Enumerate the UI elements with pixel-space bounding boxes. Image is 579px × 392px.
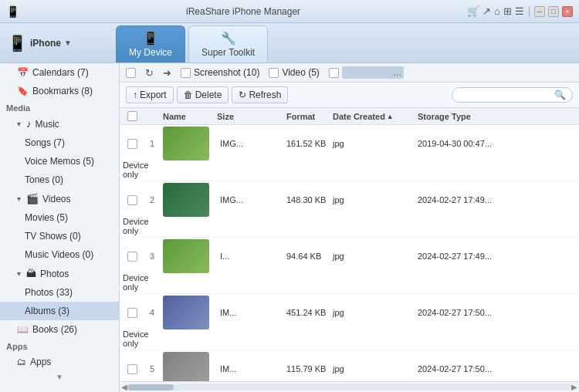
photos-icon: 🏔 — [26, 268, 36, 279]
sidebar-item-music-videos[interactable]: Music Videos (0) — [0, 245, 119, 264]
row-size-5: 115.79 KB — [286, 364, 333, 373]
refresh-button[interactable]: ↻ Refresh — [232, 86, 288, 103]
row-checkbox-cell — [123, 195, 141, 205]
screenshot-checkbox[interactable] — [181, 68, 191, 78]
sidebar-item-voice-memos[interactable]: Voice Memos (5) — [0, 152, 119, 171]
row-date-2: 2024-02-27 17:49... — [418, 195, 510, 204]
row-checkbox-cell — [123, 308, 141, 318]
h-scroll-thumb[interactable] — [127, 384, 174, 390]
media-section-label: Media — [0, 100, 119, 114]
header-select-all-checkbox[interactable] — [127, 111, 137, 121]
row-num-3: 3 — [141, 252, 163, 261]
minimize-button[interactable]: ─ — [534, 6, 545, 17]
sidebar-item-books[interactable]: 📖 Books (26) — [0, 320, 119, 339]
sidebar-item-tones[interactable]: Tones (0) — [0, 171, 119, 189]
music-expand-arrow: ▾ — [17, 120, 21, 128]
select-all-checkbox-container — [126, 68, 136, 78]
sidebar-item-calendars[interactable]: 📅 Calendars (7) — [0, 63, 119, 82]
row-name-2: IMG... — [217, 195, 286, 204]
cart-icon[interactable]: 🛒 — [467, 5, 479, 17]
tab-my-device[interactable]: 📱 My Device — [116, 25, 185, 63]
header-size[interactable]: Size — [217, 112, 286, 121]
arrow-icon-small[interactable]: ➜ — [163, 67, 171, 79]
header-storage-type[interactable]: Storage Type — [418, 112, 510, 121]
main-layout: 📅 Calendars (7) 🔖 Bookmarks (8) Media ▾ … — [0, 63, 579, 392]
music-icon: ♪ — [26, 118, 32, 130]
sidebar-item-tv-shows[interactable]: TV Shows (0) — [0, 227, 119, 245]
row-num-5: 5 — [141, 364, 163, 373]
sidebar-item-movies[interactable]: Movies (5) — [0, 208, 119, 227]
home-icon[interactable]: ⌂ — [494, 5, 500, 17]
my-device-icon: 📱 — [143, 31, 158, 46]
header-date-created[interactable]: Date Created ▲ — [333, 112, 418, 121]
horizontal-scrollbar[interactable]: ◀ ▶ — [120, 381, 579, 392]
header-format[interactable]: Format — [286, 112, 333, 121]
row-date-5: 2024-02-27 17:50... — [418, 364, 510, 373]
calendar-icon: 📅 — [17, 67, 29, 78]
photos-expand-arrow: ▾ — [17, 269, 21, 278]
table-row: 4 IM... 451.24 KB jpg 2024-02-27 17:50..… — [120, 294, 579, 350]
table-row: 3 I... 94.64 KB jpg 2024-02-27 17:49... … — [120, 238, 579, 294]
grid-icon[interactable]: ⊞ — [503, 5, 512, 17]
h-scroll-right-arrow[interactable]: ▶ — [571, 383, 577, 391]
close-button[interactable]: × — [562, 6, 573, 17]
title-bar: 📱 iReaShare iPhone Manager 🛒 ↗ ⌂ ⊞ ☰ ─ □… — [0, 0, 579, 23]
row-checkbox-2[interactable] — [127, 195, 137, 205]
row-name-4: IM... — [217, 308, 286, 317]
sidebar-item-songs[interactable]: Songs (7) — [0, 133, 119, 152]
album-placeholder-dots: ... — [394, 67, 401, 78]
row-thumb-4 — [163, 296, 217, 329]
device-label: iPhone — [30, 38, 61, 49]
sidebar-item-bookmarks[interactable]: 🔖 Bookmarks (8) — [0, 82, 119, 100]
select-all-checkbox[interactable] — [126, 68, 136, 78]
export-button[interactable]: ↑ Export — [126, 86, 174, 103]
album-item[interactable]: ... — [329, 66, 404, 79]
sidebar-item-photos[interactable]: ▾ 🏔 Photos — [0, 264, 119, 283]
refresh-icon: ↻ — [239, 90, 246, 100]
row-size-4: 451.24 KB — [286, 308, 333, 317]
apps-icon: 🗂 — [17, 357, 26, 367]
h-scroll-left-arrow[interactable]: ◀ — [121, 383, 127, 391]
sidebar-item-photos-sub[interactable]: Photos (33) — [0, 283, 119, 302]
sidebar-item-apps[interactable]: 🗂 Apps — [0, 353, 119, 371]
search-input[interactable] — [459, 90, 551, 100]
device-arrow[interactable]: ▼ — [64, 39, 72, 47]
row-num-2: 2 — [141, 195, 163, 204]
screenshot-filter[interactable]: Screenshot (10) — [181, 67, 259, 78]
row-checkbox-4[interactable] — [127, 308, 137, 318]
row-checkbox-1[interactable] — [127, 139, 137, 149]
row-checkbox-5[interactable] — [127, 364, 137, 374]
videos-icon: 🎬 — [26, 193, 39, 204]
row-checkbox-3[interactable] — [127, 252, 137, 262]
row-date-3: 2024-02-27 17:49... — [418, 252, 510, 261]
sidebar-item-videos[interactable]: ▾ 🎬 Videos — [0, 189, 119, 208]
tab-super-toolkit[interactable]: 🔧 Super Toolkit — [188, 25, 268, 63]
row-format-1: jpg — [333, 139, 418, 148]
sidebar-item-albums[interactable]: Albums (3) — [0, 302, 119, 320]
video-filter[interactable]: Video (5) — [269, 67, 319, 78]
row-storage-1: Device only — [123, 161, 141, 179]
row-thumb-5 — [163, 352, 217, 381]
album-checkbox[interactable] — [329, 68, 339, 78]
row-name-1: IMG... — [217, 139, 286, 148]
row-num-4: 4 — [141, 308, 163, 317]
row-format-4: jpg — [333, 308, 418, 317]
refresh-icon-small[interactable]: ↻ — [145, 67, 154, 79]
tab-super-toolkit-label: Super Toolkit — [201, 47, 255, 58]
row-checkbox-cell — [123, 139, 141, 149]
table-row: 2 IMG... 148.30 KB jpg 2024-02-27 17:49.… — [120, 181, 579, 238]
h-scroll-track[interactable] — [127, 384, 571, 390]
sidebar-item-music[interactable]: ▾ ♪ Music — [0, 114, 119, 133]
search-icon[interactable]: 🔍 — [554, 90, 566, 100]
share-icon[interactable]: ↗ — [482, 5, 491, 17]
videos-expand-arrow: ▾ — [17, 194, 21, 203]
delete-button[interactable]: 🗑 Delete — [177, 86, 229, 103]
menu-icon[interactable]: ☰ — [515, 5, 524, 17]
row-date-4: 2024-02-27 17:50... — [418, 308, 510, 317]
video-checkbox[interactable] — [269, 68, 279, 78]
header-name[interactable]: Name — [163, 112, 217, 121]
maximize-button[interactable]: □ — [548, 6, 559, 17]
row-size-3: 94.64 KB — [286, 252, 333, 261]
row-size-1: 161.52 KB — [286, 139, 333, 148]
header-checkbox-cell — [123, 111, 141, 121]
